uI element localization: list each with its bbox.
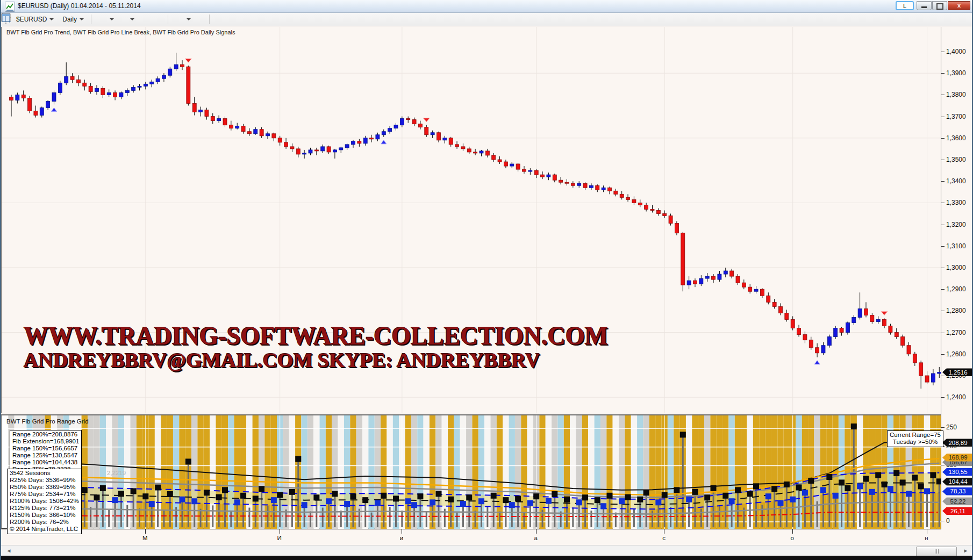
range-bar [761,505,763,527]
range-bar [90,507,91,527]
candle-down [247,132,251,134]
scroll-left-button[interactable]: ◄ [4,547,13,555]
range-bar [896,473,897,527]
candle-down [778,306,782,313]
value-label: 250 [946,423,957,431]
range-bar [395,499,397,527]
month-label: а [534,535,537,541]
blue-square-marker [149,501,155,507]
range-bar [523,513,525,527]
bars-pattern-button[interactable] [228,13,242,26]
candle-down [467,149,471,152]
chevron-down-icon[interactable] [187,18,191,20]
session-stat-line: R100% Days: 1508=42% [10,498,79,505]
zoom-in-button[interactable] [135,13,149,26]
black-square-marker [637,497,643,502]
range-bar [493,496,495,527]
black-square-marker [185,458,191,464]
black-square-marker [784,482,790,487]
panel-button[interactable] [273,13,287,26]
candle-down [907,346,911,354]
candle-up [309,150,312,153]
candle-down [76,80,80,83]
period-dropdown[interactable]: Daily [59,14,88,25]
chevron-down-icon[interactable] [130,18,134,20]
candle-down [187,67,190,103]
candle-down [650,209,654,210]
black-square-marker [466,494,472,500]
black-square-marker [735,487,741,493]
range-bar [609,496,610,527]
blue-square-marker [906,491,912,497]
close-button[interactable]: x [948,1,970,10]
candle-down [418,124,422,127]
range-grid-chart [2,415,941,529]
range-bar [108,510,110,527]
month-tick [927,529,927,534]
candle-down [278,138,282,142]
watermark-line1: WWW.TRADING-SOFTWARE-COLLECTION.COM [24,321,608,351]
scroll-right-button[interactable]: ► [961,547,970,555]
range-bar [145,497,146,527]
data-box-button[interactable] [192,13,206,26]
scrollbar-thumb[interactable] [916,547,957,556]
chevron-down-icon[interactable] [110,18,114,20]
cursor-button[interactable] [171,13,185,26]
candle-up [724,271,727,274]
range-bar [535,497,537,527]
candle-down [607,188,611,191]
range-bar [267,506,268,527]
range-bar [475,511,476,527]
minimize-button[interactable] [917,1,932,10]
price-tick [941,246,945,247]
black-square-marker [204,490,210,496]
title-bar[interactable]: $EURUSD (Daily) 01.04.2014 - 05.11.2014 … [1,0,972,13]
dollar-button[interactable]: $ [258,13,272,26]
candle-up [303,153,306,154]
current-range-infobox: Current Range=75Tuesday >=50% [887,430,943,447]
candle-down [760,289,764,296]
price-tick [941,333,945,333]
price-label: 1,3500 [946,156,966,163]
candle-down [663,214,667,216]
toolbar-separator [91,15,91,24]
app-chart-icon [5,2,15,12]
blue-square-marker [888,486,893,492]
month-label: И [277,535,282,541]
range-bar [700,509,702,527]
range-bar [719,506,720,527]
zoom-out-button[interactable] [151,13,164,26]
candle-down [669,216,672,224]
black-square-marker [747,491,753,497]
restore-button[interactable] [932,1,947,10]
range-bar [652,511,653,527]
candle-down [296,149,300,154]
month-label: М [142,535,148,541]
range-value-line: Range 125%=130,5547 [12,452,79,459]
draw-button[interactable] [115,13,129,26]
price-label: 1,2900 [946,285,966,293]
range-level-tag: 78,33 [942,487,973,496]
range-bar [664,495,666,527]
price-tick [941,397,945,398]
candle-down [693,281,697,284]
instrument-dropdown[interactable]: $EURUSD [12,14,58,25]
black-square-marker [362,497,368,503]
regions-button[interactable] [213,13,227,26]
candle-down [498,160,502,162]
black-square-marker [552,491,557,497]
time-axis[interactable]: МИиасон [1,529,941,545]
price-axis[interactable]: 1,40001,39001,38001,37001,36001,35001,34… [941,27,973,529]
link-button[interactable]: L [896,1,914,10]
range-bar [364,500,366,527]
range-bar [713,488,714,527]
snapshot-button[interactable] [243,13,257,26]
chart-type-button[interactable] [95,13,109,26]
candle-up [95,88,98,91]
horizontal-scrollbar[interactable]: ◄ ► [1,545,973,556]
range-grid-panel[interactable] [1,414,941,529]
black-square-marker [295,456,301,462]
range-bar [835,496,836,527]
range-bar [328,501,330,527]
candle-up [217,119,221,121]
